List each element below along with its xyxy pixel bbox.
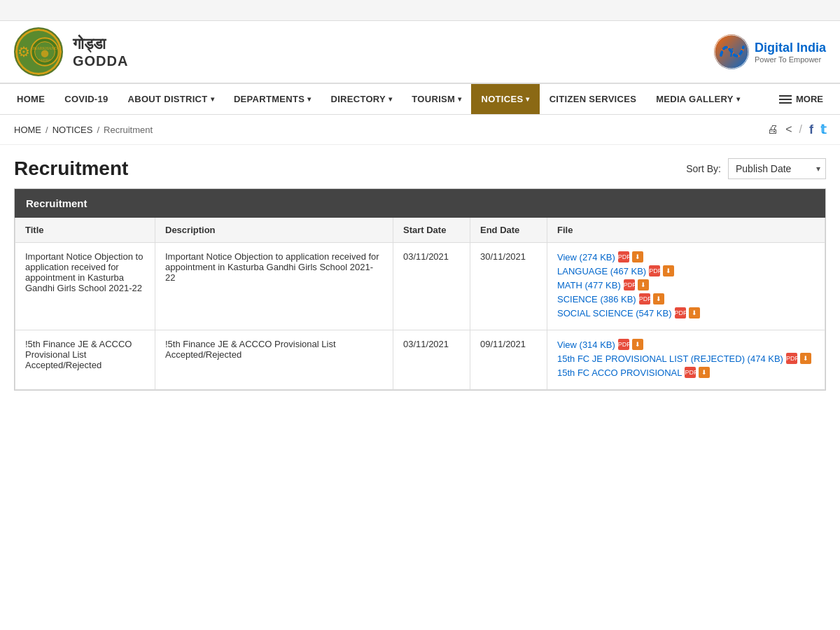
download-icon[interactable]: ⬇ — [638, 279, 649, 290]
about-arrow: ▾ — [211, 95, 214, 103]
di-sub: Power To Empower — [755, 55, 826, 64]
row-1-title: !5th Finance JE & ACCCO Provisional List… — [15, 330, 155, 390]
sort-section: Sort By: Publish Date Title Start Date — [686, 158, 826, 179]
download-icon[interactable]: ⬇ — [632, 251, 643, 262]
sort-select[interactable]: Publish Date Title Start Date — [728, 158, 826, 179]
pdf-icon: PDF — [675, 307, 686, 318]
hindi-title: गोड्डा — [73, 35, 128, 53]
pdf-icon: PDF — [786, 353, 797, 364]
pdf-icon: PDF — [618, 251, 629, 262]
more-label: MORE — [796, 94, 823, 104]
nav-tourism[interactable]: TOURISM ▾ — [402, 84, 471, 114]
row-0-description: Important Notice Objection to applicatio… — [155, 243, 393, 330]
pdf-icon: PDF — [639, 293, 650, 304]
pdf-icon: PDF — [685, 367, 696, 378]
file-link-0-0[interactable]: View (274 KB) — [557, 252, 615, 262]
dept-arrow: ▾ — [307, 95, 311, 103]
media-arrow: ▾ — [736, 95, 740, 103]
pdf-icon: PDF — [624, 279, 635, 290]
di-text: Digital India Power To Empower — [755, 41, 826, 64]
file-link-1-2[interactable]: 15th FC ACCO PROVISIONAL — [557, 368, 682, 378]
sort-wrapper: Publish Date Title Start Date — [728, 158, 826, 179]
col-header-start: Start Date — [393, 218, 470, 243]
row-1-description: !5th Finance JE & ACCCO Provisional List… — [155, 330, 393, 390]
breadcrumb-actions: 🖨 < / f 𝕥 — [767, 122, 826, 137]
dir-arrow: ▾ — [388, 95, 392, 103]
row-1-start-date: 03/11/2021 — [393, 330, 470, 390]
nav-notices[interactable]: NOTICES ▾ — [471, 84, 539, 114]
twitter-icon[interactable]: 𝕥 — [820, 122, 826, 137]
file-link-0-4[interactable]: SOCIAL SCIENCE (547 KB) — [557, 308, 672, 318]
table-row: !5th Finance JE & ACCCO Provisional List… — [15, 330, 825, 390]
breadcrumb-bar: HOME / NOTICES / Recruitment 🖨 < / f 𝕥 — [0, 115, 840, 145]
download-icon[interactable]: ⬇ — [663, 265, 674, 276]
sort-label: Sort By: — [686, 163, 721, 174]
row-0-title: Important Notice Objection to applicatio… — [15, 243, 155, 330]
breadcrumb-sep2: / — [97, 125, 99, 135]
row-1-end-date: 09/11/2021 — [470, 330, 547, 390]
file-link-0-1[interactable]: LANGUAGE (467 KB) — [557, 266, 646, 276]
file-link-1-1[interactable]: 15th FC JE PROVISIONAL LIST (REJECTED) (… — [557, 354, 783, 364]
nav-citizen[interactable]: CITIZEN SERVICES — [540, 84, 646, 114]
di-label: Digital India — [755, 41, 826, 55]
nav-home[interactable]: HOME — [7, 84, 55, 114]
header: JHARKHAND GODDA गोड्डा GODDA i Digital I… — [0, 21, 840, 84]
col-header-file: File — [547, 218, 825, 243]
logo-emblem: JHARKHAND GODDA — [15, 29, 62, 75]
svg-point-3 — [41, 50, 49, 57]
nav-about[interactable]: ABOUT DISTRICT ▾ — [118, 84, 224, 114]
file-link-0-2[interactable]: MATH (477 KB) — [557, 280, 621, 290]
svg-text:GODDA: GODDA — [39, 58, 51, 62]
print-icon[interactable]: 🖨 — [767, 123, 778, 136]
row-0-end-date: 30/11/2021 — [470, 243, 547, 330]
nav-media[interactable]: MEDIA GALLERY ▾ — [646, 84, 750, 114]
nav-departments[interactable]: DEPARTMENTS ▾ — [224, 84, 321, 114]
file-link-1-0[interactable]: View (314 KB) — [557, 340, 615, 350]
pdf-icon: PDF — [649, 265, 660, 276]
table-row: Important Notice Objection to applicatio… — [15, 243, 825, 330]
breadcrumb-sep1: / — [46, 125, 48, 135]
download-icon[interactable]: ⬇ — [689, 307, 700, 318]
tour-arrow: ▾ — [458, 95, 461, 103]
di-icon: i — [714, 34, 749, 69]
recruitment-table-container: Recruitment Title Description Start Date… — [14, 188, 826, 391]
row-0-files: View (274 KB)PDF⬇LANGUAGE (467 KB)PDF⬇MA… — [547, 243, 825, 330]
col-header-desc: Description — [155, 218, 393, 243]
pdf-icon: PDF — [618, 339, 629, 350]
header-title: गोड्डा GODDA — [73, 35, 128, 69]
download-icon[interactable]: ⬇ — [653, 293, 664, 304]
svg-text:i: i — [730, 47, 734, 59]
col-header-title: Title — [15, 218, 155, 243]
hamburger-icon — [779, 95, 792, 104]
download-icon[interactable]: ⬇ — [699, 367, 710, 378]
nav-directory[interactable]: DIRECTORY ▾ — [321, 84, 402, 114]
breadcrumb: HOME / NOTICES / Recruitment — [14, 125, 153, 135]
download-icon[interactable]: ⬇ — [632, 339, 643, 350]
breadcrumb-current: Recruitment — [104, 125, 153, 135]
logo: JHARKHAND GODDA — [14, 27, 63, 76]
notices-arrow: ▾ — [526, 95, 529, 103]
row-1-files: View (314 KB)PDF⬇15th FC JE PROVISIONAL … — [547, 330, 825, 390]
file-link-0-3[interactable]: SCIENCE (386 KB) — [557, 294, 636, 304]
page-title-section: Recruitment Sort By: Publish Date Title … — [0, 145, 840, 188]
digital-india-logo: i Digital India Power To Empower — [714, 34, 826, 69]
top-bar — [0, 0, 840, 21]
table-section-title: Recruitment — [15, 189, 825, 218]
facebook-icon[interactable]: f — [809, 122, 813, 137]
bc-sep: / — [799, 123, 802, 136]
recruitment-table: Title Description Start Date End Date Fi… — [15, 218, 825, 390]
page-title: Recruitment — [14, 158, 128, 180]
col-header-end: End Date — [470, 218, 547, 243]
table-header-row: Title Description Start Date End Date Fi… — [15, 218, 825, 243]
row-0-start-date: 03/11/2021 — [393, 243, 470, 330]
english-title: GODDA — [73, 53, 128, 69]
nav-more[interactable]: MORE — [769, 84, 833, 114]
share-icon[interactable]: < — [785, 123, 792, 136]
main-nav: HOME COVID-19 ABOUT DISTRICT ▾ DEPARTMEN… — [0, 84, 840, 115]
breadcrumb-notices[interactable]: NOTICES — [52, 125, 93, 135]
download-icon[interactable]: ⬇ — [800, 353, 811, 364]
header-left: JHARKHAND GODDA गोड्डा GODDA — [14, 27, 128, 76]
breadcrumb-home[interactable]: HOME — [14, 125, 41, 135]
nav-covid[interactable]: COVID-19 — [55, 84, 118, 114]
